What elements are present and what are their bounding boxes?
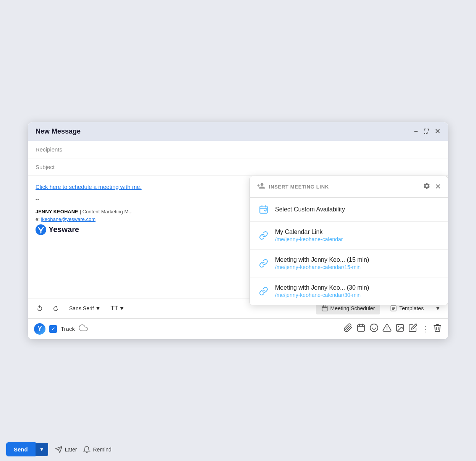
signature-title-separator: | (80, 209, 83, 214)
signature-name: JENNY KEOHANE (36, 209, 78, 214)
warning-icon[interactable] (382, 323, 392, 334)
item-content-30min: Meeting with Jenny Keo... (30 min) /me/j… (275, 284, 369, 298)
font-dropdown-arrow: ▼ (96, 305, 101, 311)
svg-point-7 (375, 327, 376, 327)
redo-icon (52, 305, 59, 312)
track-checkbox[interactable]: ✓ (49, 325, 57, 333)
meeting-dropdown-actions: ✕ (423, 182, 441, 192)
signature-job-title: Content Marketing M... (83, 209, 133, 214)
font-size-button[interactable]: TT ▼ (108, 303, 126, 313)
svg-rect-4 (358, 325, 364, 331)
attachment-icon[interactable] (343, 323, 353, 334)
svg-point-5 (370, 324, 378, 332)
header-actions: − ✕ (414, 128, 440, 135)
recipients-placeholder: Recipients (36, 146, 62, 153)
svg-point-6 (372, 327, 373, 327)
meeting-dropdown-title: INSERT MEETING LINK (269, 184, 423, 190)
item-content-custom: Select Custom Availability (275, 206, 345, 213)
redo-button[interactable] (50, 303, 62, 313)
item-title-30min: Meeting with Jenny Keo... (30 min) (275, 284, 369, 291)
email-label: e: (36, 216, 41, 222)
undo-icon (36, 305, 43, 312)
item-content-calendar: My Calendar Link /me/jenny-keohane-calen… (275, 229, 343, 242)
window-title: New Message (36, 127, 81, 135)
image-icon[interactable] (395, 323, 405, 334)
link-15min-icon (257, 259, 270, 268)
cloud-icon[interactable] (79, 323, 88, 334)
yesware-button[interactable]: Y (34, 323, 45, 335)
font-family-selector[interactable]: Sans Serif ▼ (66, 304, 104, 313)
item-title-15min: Meeting with Jenny Keo... (15 min) (275, 256, 369, 263)
meeting-link-text[interactable]: Click here to schedule a meeting with me… (36, 184, 142, 190)
item-subtitle-15min: /me/jenny-keohane-calendar/15-min (275, 264, 369, 270)
meeting-item-calendar[interactable]: My Calendar Link /me/jenny-keohane-calen… (250, 222, 448, 250)
track-label: Track (61, 326, 75, 332)
signature-email[interactable]: jkeohane@yesware.com (41, 216, 96, 222)
calendar-custom-icon (257, 205, 270, 214)
emoji-icon[interactable] (369, 323, 379, 334)
link-calendar-icon (257, 231, 270, 240)
delete-icon[interactable] (433, 323, 442, 334)
link-30min-icon (257, 287, 270, 296)
compose-window: New Message − ✕ Recipients Subject Click… (28, 122, 448, 339)
item-title-custom: Select Custom Availability (275, 206, 345, 213)
meeting-dropdown-header: INSERT MEETING LINK ✕ (250, 176, 448, 198)
close-icon[interactable]: ✕ (435, 128, 440, 135)
dropdown-close-icon[interactable]: ✕ (435, 182, 441, 191)
font-size-arrow: ▼ (119, 305, 125, 311)
templates-label: Templates (399, 305, 424, 311)
person-add-icon (257, 182, 265, 192)
meeting-link-dropdown: INSERT MEETING LINK ✕ (249, 176, 448, 305)
expand-icon[interactable] (423, 128, 429, 135)
edit-icon[interactable] (408, 323, 418, 334)
settings-icon[interactable] (423, 182, 431, 192)
item-content-15min: Meeting with Jenny Keo... (15 min) /me/j… (275, 256, 369, 270)
templates-icon (390, 305, 397, 312)
recipients-field[interactable]: Recipients (28, 141, 448, 158)
item-title-calendar: My Calendar Link (275, 229, 343, 235)
meeting-scheduler-icon (321, 305, 328, 312)
compose-body[interactable]: Click here to schedule a meeting with me… (28, 176, 448, 298)
subject-field[interactable]: Subject (28, 158, 448, 176)
svg-rect-2 (322, 306, 327, 311)
yesware-company-name: Yesware (49, 225, 79, 234)
more-options-icon[interactable]: ⋮ (421, 324, 429, 334)
undo-button[interactable] (34, 303, 45, 313)
font-size-label: TT (110, 305, 118, 312)
yesware-icon (36, 224, 46, 235)
minimize-icon[interactable]: − (414, 128, 418, 135)
svg-point-11 (398, 326, 399, 327)
calendar-bottom-icon[interactable] (356, 323, 366, 334)
compose-bottom-bar: Y ✓ Track (28, 318, 448, 339)
font-family-label: Sans Serif (69, 305, 94, 311)
meeting-scheduler-label: Meeting Scheduler (330, 305, 375, 311)
svg-point-9 (387, 329, 387, 330)
subject-placeholder: Subject (36, 164, 55, 170)
meeting-item-15min[interactable]: Meeting with Jenny Keo... (15 min) /me/j… (250, 250, 448, 277)
meeting-item-30min[interactable]: Meeting with Jenny Keo... (30 min) /me/j… (250, 277, 448, 305)
item-subtitle-calendar: /me/jenny-keohane-calendar (275, 236, 343, 242)
compose-header: New Message − ✕ (28, 122, 448, 141)
meeting-item-custom[interactable]: Select Custom Availability (250, 198, 448, 222)
item-subtitle-30min: /me/jenny-keohane-calendar/30-min (275, 292, 369, 298)
